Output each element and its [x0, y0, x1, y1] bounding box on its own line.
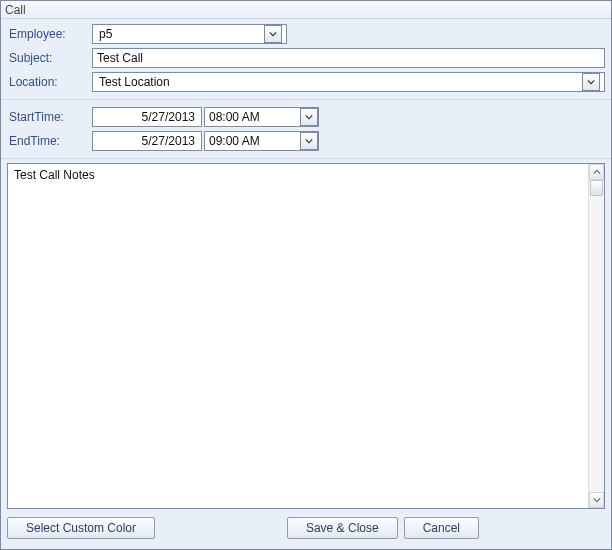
start-time-value: 08:00 AM [209, 110, 260, 124]
location-combo[interactable]: Test Location [92, 72, 605, 92]
start-time-row: StartTime: 08:00 AM [7, 106, 605, 128]
chevron-down-icon [587, 79, 595, 85]
window-titlebar: Call [1, 1, 611, 19]
notes-container [7, 163, 605, 509]
subject-label: Subject: [7, 51, 92, 65]
scrollbar-thumb[interactable] [590, 180, 603, 196]
chevron-down-icon [269, 31, 277, 37]
chevron-down-icon [305, 138, 313, 144]
dialog-action-buttons: Save & Close Cancel [287, 517, 479, 539]
employee-row: Employee: p5 [7, 23, 605, 45]
end-time-value: 09:00 AM [209, 134, 260, 148]
time-section: StartTime: 08:00 AM EndTime: 09:00 AM [1, 99, 611, 159]
location-row: Location: Test Location [7, 71, 605, 93]
notes-textarea[interactable] [8, 164, 588, 508]
scroll-up-icon [593, 169, 601, 175]
cancel-button[interactable]: Cancel [404, 517, 479, 539]
employee-combo[interactable]: p5 [92, 24, 287, 44]
start-time-dropdown-button[interactable] [300, 108, 318, 126]
scroll-up-button[interactable] [589, 164, 604, 180]
select-custom-color-button[interactable]: Select Custom Color [7, 517, 155, 539]
end-time-dropdown-button[interactable] [300, 132, 318, 150]
save-close-button[interactable]: Save & Close [287, 517, 398, 539]
chevron-down-icon [305, 114, 313, 120]
subject-row: Subject: [7, 47, 605, 69]
employee-value: p5 [97, 27, 264, 41]
location-value: Test Location [97, 75, 582, 89]
call-dialog: Call Employee: p5 Subject: Location: Tes… [0, 0, 612, 550]
location-dropdown-button[interactable] [582, 73, 600, 91]
scroll-down-icon [593, 497, 601, 503]
end-time-combo[interactable]: 09:00 AM [204, 131, 319, 151]
button-bar: Select Custom Color Save & Close Cancel [1, 509, 611, 549]
notes-section [1, 159, 611, 509]
location-label: Location: [7, 75, 92, 89]
form-header-section: Employee: p5 Subject: Location: Test Loc… [1, 19, 611, 99]
start-time-combo[interactable]: 08:00 AM [204, 107, 319, 127]
employee-label: Employee: [7, 27, 92, 41]
start-date-input[interactable] [92, 107, 202, 127]
end-date-input[interactable] [92, 131, 202, 151]
employee-dropdown-button[interactable] [264, 25, 282, 43]
start-time-label: StartTime: [7, 110, 92, 124]
end-time-row: EndTime: 09:00 AM [7, 130, 605, 152]
end-time-label: EndTime: [7, 134, 92, 148]
subject-input[interactable] [92, 48, 605, 68]
scroll-down-button[interactable] [589, 492, 604, 508]
scrollbar-track[interactable] [589, 180, 604, 492]
notes-scrollbar[interactable] [588, 164, 604, 508]
window-title: Call [5, 3, 26, 17]
